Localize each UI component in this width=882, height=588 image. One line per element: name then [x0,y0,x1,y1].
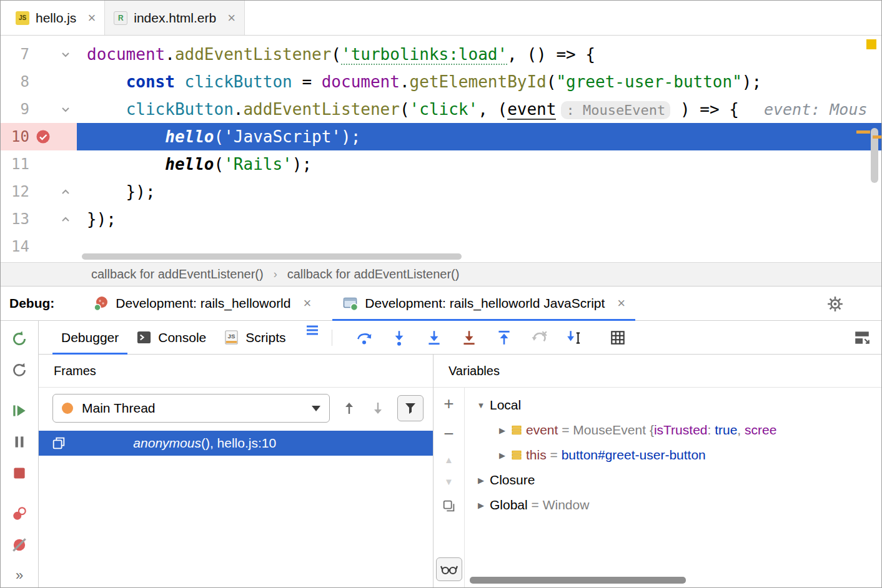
force-step-into-button[interactable] [425,328,443,347]
console-icon [136,330,152,345]
view-breakpoints-icon [11,505,28,522]
expand-arrow-icon[interactable]: ▶ [493,451,511,460]
code-line-11[interactable]: 11 hello('Rails'); [1,150,881,178]
run-config-label: Development: rails_helloworld JavaScript [365,296,605,311]
mute-breakpoints-icon [11,536,28,554]
tab-hello-js[interactable]: JS hello.js × [7,1,105,35]
move-down-button[interactable]: ▼ [444,477,453,486]
mute-breakpoints-button[interactable] [10,536,29,554]
variable-row[interactable]: ▶Global = Window [465,492,881,517]
variable-row[interactable]: ▶event = MouseEvent {isTrusted: true, sc… [465,418,881,443]
close-icon[interactable]: × [617,295,625,311]
pause-icon [11,433,28,451]
horizontal-scrollbar[interactable] [82,253,462,260]
breadcrumb-item[interactable]: callback for addEventListener() [287,267,460,282]
step-over-button[interactable] [355,328,374,347]
remove-watch-button[interactable]: − [443,425,453,443]
run-config-tab-rails[interactable]: Development: rails_helloworld × [83,287,321,320]
expand-arrow-icon[interactable]: ▶ [493,426,511,435]
drop-frame-button[interactable] [530,328,548,347]
rerun-debug-button[interactable] [10,330,29,348]
execution-line-mark [873,135,881,139]
expand-arrow-icon[interactable]: ▶ [472,476,490,485]
settings-button[interactable] [825,294,845,314]
variable-value-icon [511,424,526,436]
run-to-cursor-button[interactable] [565,328,583,347]
tab-console[interactable]: Console [127,321,215,354]
hamburger-icon [304,322,320,338]
refresh-icon [11,361,28,379]
editor-lines: 7document.addEventListener('turbolinks:l… [1,36,881,260]
debug-label: Debug: [9,296,54,311]
stop-button[interactable] [10,464,29,483]
breakpoint-icon[interactable] [29,129,57,145]
tab-index-html-erb[interactable]: R index.html.erb × [105,1,245,35]
run-config-tab-javascript[interactable]: Development: rails_helloworld JavaScript… [332,287,635,320]
line-number: 7 [1,41,29,68]
duplicate-watch-button[interactable] [442,499,457,516]
warning-stripe-mark[interactable] [866,39,876,49]
breadcrumb-item[interactable]: callback for addEventListener() [91,267,264,282]
previous-frame-button[interactable] [340,399,359,418]
refresh-button[interactable] [10,361,29,379]
fold-up-icon[interactable] [57,213,74,225]
variables-panel: Variables + − ▲ ▼ [434,355,881,587]
stack-frame-row[interactable]: anonymous(), hello.js:10 [39,431,433,456]
tab-label: index.html.erb [134,11,216,26]
code-line-9[interactable]: 9 clickButton.addEventListener('click', … [1,96,881,123]
layout-menu-button[interactable] [303,321,322,340]
step-into-icon [390,329,408,346]
collapse-arrow-icon[interactable]: ▼ [472,401,490,410]
thread-selector[interactable]: Main Thread [52,394,330,423]
copy-icon [442,499,457,514]
smart-step-into-button[interactable] [460,328,478,347]
code-line-12[interactable]: 12 }); [1,178,881,205]
close-icon[interactable]: × [303,295,311,311]
show-watches-toggle[interactable] [436,557,462,581]
next-frame-button[interactable] [369,399,387,418]
step-into-button[interactable] [390,328,409,347]
view-breakpoints-button[interactable] [10,504,29,522]
line-number: 9 [1,96,29,123]
tab-debugger[interactable]: Debugger [52,321,127,354]
move-up-button[interactable]: ▲ [444,455,453,464]
close-icon[interactable]: × [87,10,96,26]
code-editor[interactable]: 7document.addEventListener('turbolinks:l… [1,36,881,262]
expand-arrow-icon[interactable]: ▶ [472,501,490,510]
step-over-icon [355,329,373,346]
variable-row[interactable]: ▼Local [465,393,881,418]
fold-down-icon[interactable] [57,104,74,115]
variables-tree[interactable]: ▼Local▶event = MouseEvent {isTrusted: tr… [465,388,881,587]
fold-up-icon[interactable] [57,186,74,197]
layout-settings-button[interactable] [853,328,871,347]
stop-icon [11,464,28,482]
code-line-8[interactable]: 8 const clickButton = document.getElemen… [1,68,881,96]
variable-row[interactable]: ▶Closure [465,468,881,492]
frames-stack-icon [51,436,66,451]
resume-icon [11,402,28,419]
add-watch-button[interactable]: + [443,395,453,413]
editor-tab-bar: JS hello.js × R index.html.erb × [1,1,881,36]
step-actions [355,321,627,354]
variable-row[interactable]: ▶this = button#greet-user-button [465,443,881,468]
tab-scripts[interactable]: JS Scripts [215,321,294,354]
more-actions-button[interactable]: » [16,567,23,584]
evaluate-button[interactable] [608,328,627,347]
fold-down-icon[interactable] [57,49,74,60]
close-icon[interactable]: × [227,10,235,26]
force-step-into-icon [425,329,443,346]
code-line-7[interactable]: 7document.addEventListener('turbolinks:l… [1,41,881,68]
resume-button[interactable] [10,401,29,419]
hide-frames-filter-button[interactable] [397,395,424,421]
code-line-13[interactable]: 13}); [1,205,881,233]
line-number: 14 [1,233,29,260]
step-out-button[interactable] [495,328,513,347]
ide-window: JS hello.js × R index.html.erb × 7docume… [0,0,882,588]
variables-panel-title: Variables [434,355,881,388]
toolbar-separator [332,330,332,346]
pause-button[interactable] [10,433,29,451]
execution-line-mark [856,130,870,134]
tab-label: Debugger [61,330,119,345]
variables-horizontal-scrollbar[interactable] [470,577,686,584]
code-line-10[interactable]: 10 hello('JavaScript'); [1,123,881,150]
